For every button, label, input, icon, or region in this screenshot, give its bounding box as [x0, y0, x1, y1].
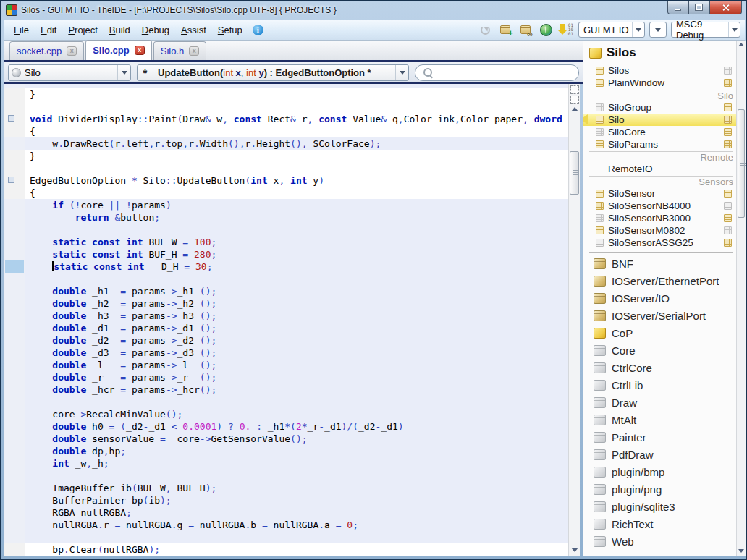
- code-line-25[interactable]: double _hcr = params->_hcr();: [4, 383, 568, 396]
- package-item-BNF[interactable]: BNF: [583, 255, 736, 272]
- tab-socket.cpp[interactable]: socket.cppx: [9, 41, 84, 60]
- editor-margin[interactable]: [4, 322, 25, 334]
- code-line-33[interactable]: ImageBuffer ib(BUF_W, BUF_H);: [4, 482, 568, 494]
- chevron-down-icon[interactable]: [395, 65, 408, 80]
- menu-debug[interactable]: Debug: [136, 22, 175, 38]
- menu-build[interactable]: Build: [104, 22, 136, 38]
- code-line-6[interactable]: }: [4, 150, 568, 162]
- close-button[interactable]: [709, 1, 742, 14]
- fold-marker-icon[interactable]: [8, 115, 14, 122]
- menu-edit[interactable]: Edit: [35, 22, 62, 38]
- file-item-SiloGroup[interactable]: SiloGroup: [583, 101, 736, 114]
- code-line-12[interactable]: [4, 224, 568, 236]
- code-line-24[interactable]: double _r = params->_r ();: [4, 371, 568, 383]
- editor-margin[interactable]: [4, 187, 25, 199]
- package-item-Core[interactable]: Core: [583, 341, 736, 359]
- editor-margin[interactable]: [4, 494, 25, 506]
- scroll-up-icon[interactable]: [738, 43, 744, 46]
- link-package-button[interactable]: [518, 22, 533, 38]
- code-line-11[interactable]: return &button;: [4, 211, 568, 224]
- code-line-10[interactable]: if (!core || !params): [4, 199, 568, 211]
- package-item-MtAlt[interactable]: MtAlt: [583, 411, 736, 428]
- editor-margin[interactable]: [4, 420, 25, 433]
- file-item-PlainWindow[interactable]: PlainWindow: [583, 77, 736, 89]
- code-line-28[interactable]: double h0 = (_d2-_d1 < 0.0001) ? 0. : _h…: [4, 420, 568, 433]
- file-item-SiloSensorASSG25[interactable]: SiloSensorASSG25: [583, 237, 736, 249]
- editor-margin[interactable]: [4, 383, 25, 396]
- code-line-17[interactable]: double _h1 = params->_h1 ();: [4, 285, 568, 297]
- file-item-SiloSensor[interactable]: SiloSensor: [583, 187, 736, 200]
- editor-margin[interactable]: [4, 199, 25, 211]
- editor-margin[interactable]: [4, 506, 25, 519]
- add-package-button[interactable]: [497, 22, 513, 38]
- editor-scrollbar[interactable]: [568, 84, 580, 556]
- code-line-14[interactable]: static const int BUF_H = 280;: [4, 248, 568, 260]
- package-item-Painter[interactable]: Painter: [583, 428, 736, 446]
- package-item-CtrlLib[interactable]: CtrlLib: [583, 376, 736, 394]
- code-line-36[interactable]: nullRGBA.r = nullRGBA.g = nullRGBA.b = n…: [4, 519, 568, 531]
- code-line-7[interactable]: [4, 162, 568, 174]
- split-horizontal-button[interactable]: [570, 85, 579, 94]
- editor-margin[interactable]: [4, 347, 25, 359]
- menu-setup[interactable]: Setup: [212, 22, 248, 38]
- member-combo[interactable]: * UpdateButton(int x, int y) : EdgedButt…: [137, 64, 409, 81]
- web-button[interactable]: [538, 22, 554, 38]
- editor-margin[interactable]: [4, 150, 25, 162]
- editor-margin[interactable]: [4, 101, 25, 113]
- code-line-8[interactable]: EdgedButtonOption * Silo::UpdateButton(i…: [4, 174, 568, 187]
- search-input[interactable]: [415, 64, 579, 81]
- file-item-RemoteIO[interactable]: RemoteIO: [583, 163, 736, 175]
- package-item-Draw[interactable]: Draw: [583, 394, 736, 411]
- file-item-SiloSensorM0802[interactable]: SiloSensorM0802: [583, 224, 736, 237]
- code-line-34[interactable]: BufferPainter bp(ib);: [4, 494, 568, 506]
- editor-margin[interactable]: [4, 445, 25, 457]
- editor-margin[interactable]: [4, 543, 25, 556]
- editor-margin[interactable]: [4, 137, 25, 150]
- editor-margin[interactable]: [4, 224, 25, 236]
- tab-close-icon[interactable]: x: [135, 46, 145, 55]
- package-item-plugin/png[interactable]: plugin/png: [583, 480, 736, 498]
- refresh-button[interactable]: [477, 22, 493, 38]
- menu-assist[interactable]: Assist: [175, 22, 212, 38]
- build-method-dropdown-button[interactable]: [649, 22, 667, 38]
- editor-margin[interactable]: [4, 457, 25, 470]
- editor-margin[interactable]: [4, 260, 25, 273]
- code-line-37[interactable]: [4, 531, 568, 543]
- code-line-22[interactable]: double _d3 = params->_d3 ();: [4, 347, 568, 359]
- editor-margin[interactable]: [4, 433, 25, 445]
- code-line-21[interactable]: double _d2 = params->_d2 ();: [4, 334, 568, 347]
- package-item-RichText[interactable]: RichText: [583, 515, 736, 533]
- scroll-down-icon[interactable]: [738, 549, 744, 553]
- scope-combo[interactable]: Silo: [8, 64, 131, 81]
- binary-export-button[interactable]: 011001: [558, 22, 574, 38]
- maximize-button[interactable]: [688, 1, 709, 14]
- package-item-plugin/sqlite3[interactable]: plugin/sqlite3: [583, 498, 736, 515]
- package-item-Web[interactable]: Web: [583, 533, 736, 550]
- code-line-32[interactable]: [4, 470, 568, 482]
- editor-margin[interactable]: [4, 248, 25, 260]
- package-item-plugin/bmp[interactable]: plugin/bmp: [583, 463, 736, 480]
- code-line-2[interactable]: [4, 101, 568, 113]
- code-line-30[interactable]: double dp,hp;: [4, 445, 568, 457]
- info-icon[interactable]: i: [253, 25, 263, 35]
- package-item-CtrlCore[interactable]: CtrlCore: [583, 359, 736, 376]
- code-line-9[interactable]: {: [4, 187, 568, 199]
- build-method-combo[interactable]: MSC9 Debug: [671, 22, 740, 38]
- package-item-CoP[interactable]: CoP: [583, 324, 736, 341]
- editor-margin[interactable]: [4, 334, 25, 347]
- tab-Silo.cpp[interactable]: Silo.cppx: [85, 40, 152, 60]
- editor-margin[interactable]: [4, 297, 25, 310]
- package-item-IOServer/SerialPort[interactable]: IOServer/SerialPort: [583, 307, 736, 324]
- editor-margin[interactable]: [4, 519, 25, 531]
- code-line-5[interactable]: w.DrawRect(r.left,r.top,r.Width(),r.Heig…: [4, 137, 568, 150]
- file-item-SiloSensorNB3000[interactable]: SiloSensorNB3000: [583, 212, 736, 224]
- package-item-PdfDraw[interactable]: PdfDraw: [583, 446, 736, 463]
- titlebar[interactable]: Silos - GUI MT IO - TheIDE - [F:\PROJECT…: [1, 1, 746, 20]
- editor-margin[interactable]: [4, 408, 25, 420]
- package-item-IOServer/IO[interactable]: IOServer/IO: [583, 289, 736, 307]
- minimize-button[interactable]: [667, 1, 688, 14]
- code-line-3[interactable]: void DividerDisplay::Paint(Draw& w, cons…: [4, 113, 568, 125]
- editor-margin[interactable]: [4, 273, 25, 285]
- editor-margin[interactable]: [4, 113, 25, 125]
- chevron-down-icon[interactable]: [117, 65, 130, 80]
